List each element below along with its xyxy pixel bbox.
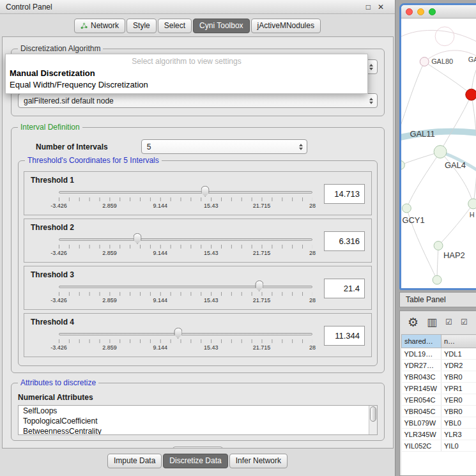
table-cell[interactable]: YER0 — [441, 394, 476, 406]
table-cell[interactable]: YBR0 — [441, 371, 476, 383]
dropdown-option-equal-width-frequency[interactable]: Equal Width/Frequency Discretization — [6, 79, 367, 90]
zoom-traffic-light-icon[interactable] — [429, 8, 436, 15]
slider-thumb-icon[interactable] — [255, 280, 263, 291]
network-node[interactable] — [401, 160, 404, 169]
network-edge[interactable] — [438, 204, 473, 246]
network-node-h[interactable] — [468, 199, 476, 209]
tab-impute-data[interactable]: Impute Data — [107, 454, 162, 468]
network-node-gal4[interactable] — [434, 146, 447, 158]
apply-button[interactable]: Apply — [173, 447, 222, 449]
threshold-slider[interactable]: -3.4262.8599.14415.4321.71528 — [59, 280, 312, 307]
slider-track[interactable] — [59, 191, 312, 194]
select-all-columns-icon[interactable]: ☑ — [445, 318, 452, 326]
float-window-icon[interactable]: □ — [366, 3, 371, 12]
threshold-slider[interactable]: -3.4262.8599.14415.4321.71528 — [59, 327, 312, 354]
tab-cyni-toolbox[interactable]: Cyni Toolbox — [193, 19, 249, 33]
table-cell[interactable]: YDR27… — [402, 360, 441, 371]
slider-thumb-icon[interactable] — [201, 186, 210, 197]
table-row[interactable]: YIL052CYIL0 — [402, 440, 476, 452]
threshold-value-field[interactable]: 6.316 — [324, 231, 365, 251]
network-node-gcy1[interactable] — [402, 204, 411, 213]
tab-jactivemnodules[interactable]: jActiveMNodules — [251, 19, 321, 33]
table-cell[interactable]: YIL0 — [441, 440, 476, 452]
num-intervals-combobox[interactable]: 5 — [141, 139, 307, 154]
table-cell[interactable]: YLR3 — [441, 429, 476, 440]
control-panel-titlebar: Control Panel □ ✕ — [0, 0, 395, 14]
slider-track[interactable] — [59, 333, 312, 335]
threshold-slider[interactable]: -3.4262.8599.14415.4321.71528 — [59, 185, 312, 212]
table-cell[interactable]: YBL079W — [402, 417, 441, 429]
slider-track[interactable] — [59, 238, 312, 241]
column-header-name[interactable]: n… — [441, 335, 476, 348]
tab-network[interactable]: Network — [74, 19, 125, 33]
network-node[interactable] — [433, 275, 441, 284]
column-header-shared-name[interactable]: shared… — [402, 335, 441, 348]
table-cell[interactable]: YBR043C — [402, 371, 441, 383]
tab-infer-network[interactable]: Infer Network — [229, 454, 288, 468]
table-row[interactable]: YDL19…YDL1 — [402, 348, 476, 360]
threshold-label: Threshold 3 — [31, 270, 316, 279]
threshold-value-field[interactable]: 14.713 — [324, 184, 365, 204]
attributes-to-discretize-group: Attributes to discretize Numerical Attri… — [11, 383, 385, 441]
network-node[interactable] — [435, 27, 454, 46]
attribute-list-item[interactable]: BetweennessCentrality — [19, 426, 377, 435]
table-cell[interactable]: YER054C — [402, 394, 441, 406]
slider-track[interactable] — [59, 286, 312, 288]
dropdown-option-manual-discretization[interactable]: Manual Discretization — [6, 67, 367, 79]
table-cell[interactable]: YDL19… — [402, 348, 441, 360]
network-edge[interactable] — [406, 152, 440, 208]
table-cell[interactable]: YPR1 — [441, 383, 476, 394]
table-row[interactable]: YBR045CYBR0 — [402, 406, 476, 417]
numerical-attributes-list[interactable]: SelfLoopsTopologicalCoefficientBetweenne… — [18, 405, 378, 435]
network-canvas[interactable]: GAL80GAGAL11GAL4GCY1HAP2H — [401, 19, 476, 288]
network-node-hap2[interactable] — [434, 242, 443, 250]
table-row[interactable]: YLR345WYLR3 — [402, 429, 476, 440]
threshold-value-field[interactable]: 11.344 — [324, 326, 365, 346]
deselect-columns-icon[interactable]: ☑ — [461, 318, 468, 326]
tab-label: Discretize Data — [169, 456, 221, 465]
table-row[interactable]: YDR27…YDR2 — [402, 360, 476, 371]
thresholds-container: Threshold 1-3.4262.8599.14415.4321.71528… — [22, 171, 373, 357]
network-node-gal80[interactable] — [420, 58, 429, 66]
table-cell[interactable]: YDR2 — [441, 360, 476, 371]
network-edge[interactable] — [440, 95, 472, 151]
table-cell[interactable]: YBR045C — [402, 406, 441, 417]
tab-select[interactable]: Select — [158, 19, 192, 33]
minimize-traffic-light-icon[interactable] — [417, 8, 424, 15]
table-panel-titlebar: Table Panel — [399, 292, 476, 307]
threshold-slider[interactable]: -3.4262.8599.14415.4321.71528 — [59, 233, 312, 259]
close-traffic-light-icon[interactable] — [406, 8, 413, 15]
table-data-combobox[interactable]: galFiltered.sif default node — [18, 93, 378, 108]
network-edge[interactable] — [437, 245, 438, 280]
threshold-value-field[interactable]: 21.4 — [324, 279, 365, 298]
interval-definition-group: Interval Definition Number of Intervals … — [11, 127, 385, 373]
scale-tick-label: -3.426 — [50, 297, 67, 303]
close-window-icon[interactable]: ✕ — [378, 3, 384, 12]
table-cell[interactable]: YBR0 — [441, 406, 476, 417]
table-cell[interactable]: YBL0 — [441, 417, 476, 429]
attribute-list-item[interactable]: TopologicalCoefficient — [19, 416, 377, 426]
table-row[interactable]: YPR145WYPR1 — [402, 383, 476, 394]
table-row[interactable]: YBR043CYBR0 — [402, 371, 476, 383]
tab-discretize-data[interactable]: Discretize Data — [163, 454, 227, 468]
settings-gear-icon[interactable]: ⚙ — [408, 316, 418, 328]
table-row[interactable]: YER054CYER0 — [402, 394, 476, 406]
table-row[interactable]: YBL079WYBL0 — [402, 417, 476, 429]
network-edge[interactable] — [424, 62, 471, 95]
attribute-list-item[interactable]: SelfLoops — [19, 406, 377, 416]
columns-icon[interactable]: ▥ — [427, 317, 437, 328]
network-edge[interactable] — [472, 95, 476, 204]
scrollbar-thumb[interactable] — [370, 406, 376, 422]
network-node[interactable] — [466, 89, 476, 100]
network-edge[interactable] — [401, 62, 424, 130]
table-cell[interactable]: YIL052C — [402, 440, 441, 452]
scale-tick-label: -3.426 — [50, 250, 67, 256]
table-cell[interactable]: YDL1 — [441, 348, 476, 360]
slider-thumb-icon[interactable] — [134, 233, 142, 244]
table-cell[interactable]: YLR345W — [402, 429, 441, 440]
slider-thumb-icon[interactable] — [174, 328, 182, 339]
tab-style[interactable]: Style — [127, 19, 157, 33]
network-node-label: HAP2 — [443, 250, 465, 260]
list-scrollbar[interactable] — [369, 406, 377, 434]
table-cell[interactable]: YPR145W — [402, 383, 441, 394]
